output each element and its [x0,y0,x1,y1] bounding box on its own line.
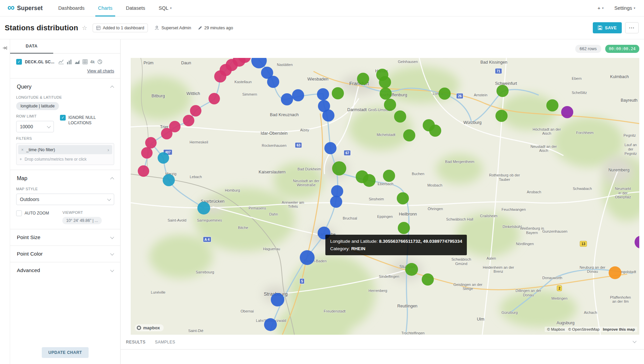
station-point[interactable] [271,293,284,306]
auto-zoom-label[interactable]: AUTO ZOOM [25,210,49,216]
new-item-button[interactable]: + ▾ [598,5,604,11]
table-icon[interactable] [83,59,88,64]
point-size-section-header[interactable]: Point Size [16,229,114,245]
station-point[interactable] [264,318,277,331]
road-shield: 71 [495,68,502,74]
station-point[interactable] [422,273,434,286]
station-point[interactable] [357,73,369,85]
station-point[interactable] [397,192,409,204]
tab-samples[interactable]: SAMPLES [155,340,175,344]
station-point[interactable] [405,263,418,276]
station-point[interactable] [141,147,153,159]
station-point[interactable] [324,142,336,154]
viz-type-name[interactable]: DECK.GL SC... [25,60,55,64]
filter-chip-time[interactable]: × _time (No filter) › [18,145,112,154]
station-point[interactable] [635,236,639,249]
station-point[interactable] [439,88,451,100]
station-point[interactable] [138,165,149,177]
nav-item-datasets[interactable]: Datasets [126,0,145,16]
station-point[interactable] [609,266,621,279]
station-point[interactable] [281,93,293,105]
results-panel-tabs: RESULTS SAMPLES [121,335,644,350]
collapse-panel-icon[interactable] [2,45,7,51]
station-point[interactable] [394,110,406,123]
ignore-null-label[interactable]: IGNORE NULL LOCATIONS [68,115,101,126]
pie-chart-icon[interactable] [97,59,102,64]
chevron-up-icon [110,177,114,181]
viz-selected-checkbox[interactable]: ✓ [16,59,22,65]
map-style-select[interactable]: Outdoors [16,194,114,205]
station-point[interactable] [183,115,194,126]
station-point[interactable] [158,152,169,164]
station-point[interactable] [429,125,441,137]
mapbox-logo[interactable]: mapbox [135,324,164,331]
point-color-section-header[interactable]: Point Color [16,246,114,262]
station-point[interactable] [561,106,573,118]
ignore-null-checkbox[interactable]: ✓ [60,115,66,121]
tab-results[interactable]: RESULTS [126,340,146,344]
station-point[interactable] [546,99,558,111]
brand-name: Superset [17,5,43,12]
nav-item-dashboards[interactable]: Dashboards [58,0,85,16]
chart-owner[interactable]: Superset Admin [155,26,191,30]
collapse-results-icon[interactable] [633,339,636,343]
remove-filter-icon[interactable]: × [21,147,24,152]
station-point[interactable] [398,222,410,234]
ignore-null-control: ✓ IGNORE NULL LOCATIONS [60,115,101,126]
line-chart-icon[interactable] [58,59,64,64]
station-point[interactable] [495,110,508,122]
station-point[interactable] [384,99,396,111]
bar-chart-icon[interactable] [67,59,72,64]
map-canvas[interactable]: PrümDaunNastättenGelnhausenBad Kissingen… [131,58,639,335]
filter-drop-zone[interactable]: + Drop columns/metrics here or click [18,154,112,163]
update-chart-button[interactable]: UPDATE CHART [42,347,89,358]
station-point[interactable] [332,87,344,99]
station-point[interactable] [300,250,315,265]
station-point[interactable] [330,196,342,208]
station-point[interactable] [383,170,395,182]
map-section-header[interactable]: Map [16,170,114,183]
osm-attribution-link[interactable]: © OpenStreetMap [568,327,600,331]
station-point[interactable] [208,93,220,104]
mapbox-attribution-link[interactable]: © Mapbox [547,327,565,331]
settings-menu[interactable]: Settings ▾ [614,5,635,11]
station-point[interactable] [363,174,376,187]
station-point[interactable] [380,88,392,100]
nav-item-charts[interactable]: Charts [98,0,112,16]
advanced-section-header[interactable]: Advanced [16,262,114,278]
station-point[interactable] [322,109,334,122]
viewport-value[interactable]: 10° 24' 49.86" | ... [62,217,102,224]
dashboard-count-badge[interactable]: Added to 1 dashboard [93,24,148,32]
panel-collapse-rail [0,39,10,364]
auto-zoom-checkbox[interactable] [16,210,22,216]
nav-item-sql[interactable]: SQL ▾ [159,0,172,16]
station-point[interactable] [403,129,415,141]
station-point[interactable] [379,76,391,88]
save-button[interactable]: SAVE [593,22,622,33]
query-section-header[interactable]: Query [16,78,114,91]
view-all-charts-link[interactable]: View all charts [87,69,114,73]
caret-down-icon: ▾ [602,6,604,10]
improve-map-link[interactable]: Improve this map [603,327,635,331]
station-point[interactable] [292,89,304,101]
station-point[interactable] [317,88,329,100]
station-point[interactable] [190,105,201,117]
station-point[interactable] [145,137,157,148]
station-point[interactable] [496,85,509,97]
road-shield: A 4 [203,237,211,242]
nav-menu: Dashboards Charts Datasets SQL ▾ [58,0,172,16]
favorite-star-icon[interactable]: ☆ [82,24,87,32]
superset-logo[interactable]: ∞ Superset [7,0,43,16]
lonlat-value-pill[interactable]: longitude | latitude [16,102,59,110]
station-point[interactable] [197,202,210,214]
tab-data[interactable]: DATA [10,39,53,54]
last-modified[interactable]: 29 minutes ago [198,26,233,30]
station-point[interactable] [169,121,181,132]
more-options-button[interactable]: ··· [625,22,639,33]
station-point[interactable] [267,76,279,88]
station-point[interactable] [332,161,346,175]
station-point[interactable] [163,174,175,186]
area-chart-icon[interactable] [74,59,80,64]
row-limit-select[interactable]: 10000 [16,121,54,132]
big-number-icon[interactable]: 4k [90,60,95,64]
